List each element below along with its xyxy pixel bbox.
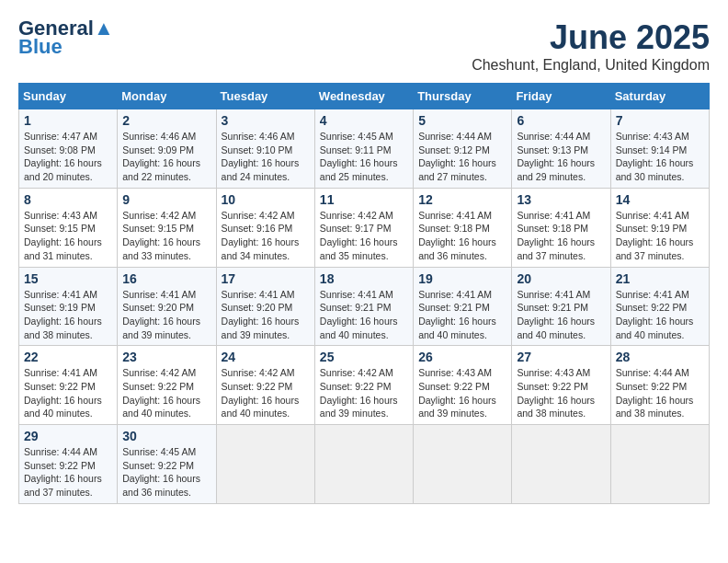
day-info: Sunrise: 4:41 AM Sunset: 9:20 PM Dayligh… — [222, 288, 310, 342]
day-info: Sunrise: 4:47 AM Sunset: 9:08 PM Dayligh… — [24, 130, 112, 184]
day-number: 28 — [616, 350, 704, 364]
day-number: 23 — [122, 350, 210, 364]
calendar-cell: 26Sunrise: 4:43 AM Sunset: 9:22 PM Dayli… — [414, 346, 512, 425]
day-number: 8 — [24, 192, 112, 207]
col-header-saturday: Saturday — [610, 84, 709, 109]
calendar-cell — [610, 425, 709, 504]
day-info: Sunrise: 4:41 AM Sunset: 9:19 PM Dayligh… — [24, 288, 112, 342]
calendar-cell: 11Sunrise: 4:42 AM Sunset: 9:17 PM Dayli… — [314, 188, 413, 267]
page-header: General▲ Blue June 2025 Cheshunt, Englan… — [18, 18, 710, 74]
title-area: June 2025 Cheshunt, England, United King… — [472, 18, 710, 74]
day-number: 1 — [24, 113, 112, 128]
logo-blue: Blue — [18, 35, 63, 59]
day-info: Sunrise: 4:42 AM Sunset: 9:22 PM Dayligh… — [122, 366, 210, 420]
day-number: 7 — [616, 113, 704, 128]
day-number: 14 — [616, 192, 704, 207]
day-info: Sunrise: 4:42 AM Sunset: 9:22 PM Dayligh… — [222, 366, 310, 420]
calendar-cell: 5Sunrise: 4:44 AM Sunset: 9:12 PM Daylig… — [414, 109, 512, 189]
calendar-cell: 21Sunrise: 4:41 AM Sunset: 9:22 PM Dayli… — [610, 267, 709, 346]
day-number: 22 — [24, 350, 112, 364]
calendar-cell: 29Sunrise: 4:44 AM Sunset: 9:22 PM Dayli… — [19, 425, 118, 504]
day-number: 24 — [222, 350, 310, 364]
day-info: Sunrise: 4:41 AM Sunset: 9:21 PM Dayligh… — [320, 288, 408, 342]
calendar-cell: 14Sunrise: 4:41 AM Sunset: 9:19 PM Dayli… — [610, 188, 709, 267]
day-info: Sunrise: 4:43 AM Sunset: 9:22 PM Dayligh… — [517, 366, 605, 420]
day-info: Sunrise: 4:44 AM Sunset: 9:22 PM Dayligh… — [24, 445, 112, 500]
day-number: 12 — [418, 192, 506, 207]
calendar-cell — [512, 425, 610, 504]
day-number: 27 — [517, 350, 605, 364]
col-header-friday: Friday — [512, 84, 610, 109]
calendar-cell: 16Sunrise: 4:41 AM Sunset: 9:20 PM Dayli… — [118, 267, 216, 346]
col-header-tuesday: Tuesday — [216, 84, 314, 109]
day-info: Sunrise: 4:45 AM Sunset: 9:22 PM Dayligh… — [122, 445, 210, 500]
calendar-cell: 25Sunrise: 4:42 AM Sunset: 9:22 PM Dayli… — [314, 346, 413, 425]
calendar-cell: 20Sunrise: 4:41 AM Sunset: 9:21 PM Dayli… — [512, 267, 610, 346]
day-number: 10 — [222, 192, 310, 207]
day-info: Sunrise: 4:41 AM Sunset: 9:19 PM Dayligh… — [616, 209, 704, 263]
calendar-cell: 24Sunrise: 4:42 AM Sunset: 9:22 PM Dayli… — [216, 346, 314, 425]
day-info: Sunrise: 4:42 AM Sunset: 9:22 PM Dayligh… — [320, 366, 408, 420]
calendar-cell — [314, 425, 413, 504]
calendar-week-row: 8Sunrise: 4:43 AM Sunset: 9:15 PM Daylig… — [19, 188, 710, 267]
day-info: Sunrise: 4:41 AM Sunset: 9:21 PM Dayligh… — [418, 288, 506, 342]
day-info: Sunrise: 4:41 AM Sunset: 9:22 PM Dayligh… — [616, 288, 704, 342]
day-info: Sunrise: 4:43 AM Sunset: 9:14 PM Dayligh… — [616, 130, 704, 184]
day-number: 3 — [222, 113, 310, 128]
day-info: Sunrise: 4:43 AM Sunset: 9:15 PM Dayligh… — [24, 209, 112, 263]
day-number: 25 — [320, 350, 408, 364]
calendar-cell: 8Sunrise: 4:43 AM Sunset: 9:15 PM Daylig… — [19, 188, 118, 267]
col-header-monday: Monday — [118, 84, 216, 109]
col-header-sunday: Sunday — [19, 84, 118, 109]
day-info: Sunrise: 4:45 AM Sunset: 9:11 PM Dayligh… — [320, 130, 408, 184]
day-info: Sunrise: 4:41 AM Sunset: 9:21 PM Dayligh… — [517, 288, 605, 342]
header-row: SundayMondayTuesdayWednesdayThursdayFrid… — [19, 84, 710, 109]
calendar-cell: 17Sunrise: 4:41 AM Sunset: 9:20 PM Dayli… — [216, 267, 314, 346]
calendar-week-row: 1Sunrise: 4:47 AM Sunset: 9:08 PM Daylig… — [19, 109, 710, 189]
subtitle: Cheshunt, England, United Kingdom — [472, 57, 710, 74]
calendar-cell: 27Sunrise: 4:43 AM Sunset: 9:22 PM Dayli… — [512, 346, 610, 425]
calendar-week-row: 29Sunrise: 4:44 AM Sunset: 9:22 PM Dayli… — [19, 425, 710, 504]
day-info: Sunrise: 4:41 AM Sunset: 9:18 PM Dayligh… — [418, 209, 506, 263]
day-info: Sunrise: 4:41 AM Sunset: 9:18 PM Dayligh… — [517, 209, 605, 263]
day-info: Sunrise: 4:42 AM Sunset: 9:16 PM Dayligh… — [222, 209, 310, 263]
calendar-cell: 12Sunrise: 4:41 AM Sunset: 9:18 PM Dayli… — [414, 188, 512, 267]
day-number: 26 — [418, 350, 506, 364]
main-title: June 2025 — [472, 18, 710, 57]
day-number: 29 — [24, 429, 112, 443]
calendar-table: SundayMondayTuesdayWednesdayThursdayFrid… — [18, 83, 710, 504]
day-number: 16 — [122, 271, 210, 286]
logo: General▲ Blue — [18, 18, 114, 59]
calendar-week-row: 22Sunrise: 4:41 AM Sunset: 9:22 PM Dayli… — [19, 346, 710, 425]
calendar-cell: 10Sunrise: 4:42 AM Sunset: 9:16 PM Dayli… — [216, 188, 314, 267]
day-number: 5 — [418, 113, 506, 128]
day-number: 11 — [320, 192, 408, 207]
day-number: 15 — [24, 271, 112, 286]
calendar-cell: 28Sunrise: 4:44 AM Sunset: 9:22 PM Dayli… — [610, 346, 709, 425]
calendar-cell: 18Sunrise: 4:41 AM Sunset: 9:21 PM Dayli… — [314, 267, 413, 346]
calendar-cell: 7Sunrise: 4:43 AM Sunset: 9:14 PM Daylig… — [610, 109, 709, 189]
calendar-cell: 19Sunrise: 4:41 AM Sunset: 9:21 PM Dayli… — [414, 267, 512, 346]
calendar-cell — [216, 425, 314, 504]
day-info: Sunrise: 4:44 AM Sunset: 9:12 PM Dayligh… — [418, 130, 506, 184]
day-info: Sunrise: 4:41 AM Sunset: 9:20 PM Dayligh… — [122, 288, 210, 342]
day-number: 4 — [320, 113, 408, 128]
day-number: 18 — [320, 271, 408, 286]
day-info: Sunrise: 4:44 AM Sunset: 9:13 PM Dayligh… — [517, 130, 605, 184]
calendar-cell: 4Sunrise: 4:45 AM Sunset: 9:11 PM Daylig… — [314, 109, 413, 189]
calendar-cell: 9Sunrise: 4:42 AM Sunset: 9:15 PM Daylig… — [118, 188, 216, 267]
day-number: 19 — [418, 271, 506, 286]
day-info: Sunrise: 4:42 AM Sunset: 9:17 PM Dayligh… — [320, 209, 408, 263]
day-info: Sunrise: 4:41 AM Sunset: 9:22 PM Dayligh… — [24, 366, 112, 420]
calendar-cell: 15Sunrise: 4:41 AM Sunset: 9:19 PM Dayli… — [19, 267, 118, 346]
calendar-cell: 6Sunrise: 4:44 AM Sunset: 9:13 PM Daylig… — [512, 109, 610, 189]
calendar-cell: 2Sunrise: 4:46 AM Sunset: 9:09 PM Daylig… — [118, 109, 216, 189]
day-number: 30 — [122, 429, 210, 443]
day-info: Sunrise: 4:42 AM Sunset: 9:15 PM Dayligh… — [122, 209, 210, 263]
day-info: Sunrise: 4:43 AM Sunset: 9:22 PM Dayligh… — [418, 366, 506, 420]
day-info: Sunrise: 4:46 AM Sunset: 9:10 PM Dayligh… — [222, 130, 310, 184]
calendar-week-row: 15Sunrise: 4:41 AM Sunset: 9:19 PM Dayli… — [19, 267, 710, 346]
calendar-cell: 23Sunrise: 4:42 AM Sunset: 9:22 PM Dayli… — [118, 346, 216, 425]
calendar-cell: 3Sunrise: 4:46 AM Sunset: 9:10 PM Daylig… — [216, 109, 314, 189]
day-number: 20 — [517, 271, 605, 286]
